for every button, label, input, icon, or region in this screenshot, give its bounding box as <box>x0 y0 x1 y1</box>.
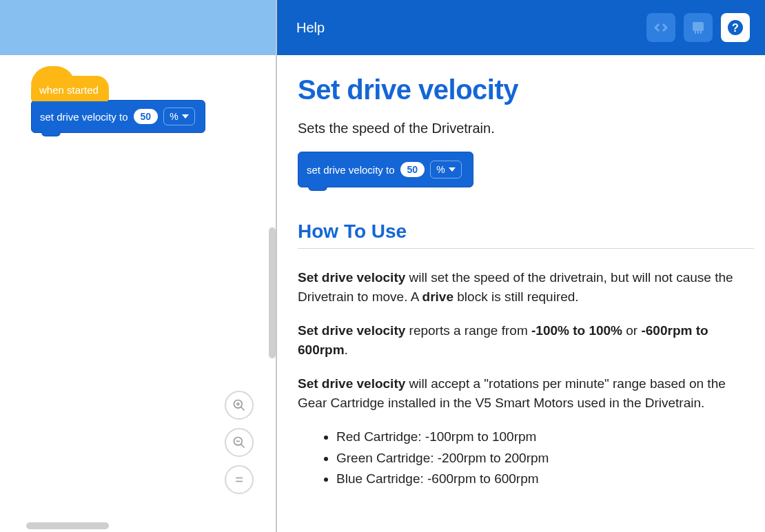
block-notch <box>41 131 61 136</box>
zoom-controls: = <box>225 391 254 494</box>
how-to-use-heading: How To Use <box>298 221 754 249</box>
zoom-in-button[interactable] <box>225 391 254 420</box>
equals-icon: = <box>235 472 243 488</box>
when-started-label: when started <box>39 83 99 96</box>
workspace-panel: when started set drive velocity to 50 % … <box>0 0 276 532</box>
howto-paragraph-2: Set drive velocity reports a range from … <box>298 321 754 359</box>
help-content[interactable]: Set drive velocity Sets the speed of the… <box>277 55 765 532</box>
howto-paragraph-1: Set drive velocity will set the speed of… <box>298 268 754 306</box>
example-prefix: set drive velocity to <box>307 164 395 176</box>
block-workspace[interactable]: when started set drive velocity to 50 % <box>0 55 276 147</box>
set-velocity-prefix: set drive velocity to <box>40 111 128 123</box>
example-unit-label: % <box>436 164 445 175</box>
block-notch <box>308 185 327 191</box>
brain-connect-button[interactable] <box>684 13 713 42</box>
velocity-value-input[interactable]: 50 <box>134 109 159 124</box>
workspace-header-bar <box>0 0 276 55</box>
horizontal-scrollbar[interactable] <box>26 522 109 529</box>
howto-paragraph-3: Set drive velocity will accept a "rotati… <box>298 374 754 412</box>
zoom-in-icon <box>232 398 246 412</box>
svg-line-1 <box>241 407 245 411</box>
example-value: 50 <box>400 162 425 177</box>
svg-rect-10 <box>700 31 702 34</box>
help-button[interactable]: ? <box>721 13 750 42</box>
example-unit-dropdown: % <box>430 161 461 178</box>
example-set-velocity-block: set drive velocity to 50 % <box>298 152 473 187</box>
header-icon-group: ? <box>646 13 750 42</box>
help-panel: Help ? Set drive velocity Sets the speed… <box>276 0 765 532</box>
list-item: Red Cartridge: -100rpm to 100rpm <box>336 427 754 447</box>
help-icon: ? <box>727 19 744 36</box>
zoom-out-icon <box>232 436 246 449</box>
svg-rect-8 <box>695 31 696 34</box>
list-item: Green Cartridge: -200rpm to 200rpm <box>336 449 754 469</box>
svg-rect-7 <box>693 22 704 31</box>
example-block-container: set drive velocity to 50 % <box>298 152 754 187</box>
help-title: Set drive velocity <box>298 74 754 105</box>
velocity-unit-label: % <box>170 111 178 122</box>
svg-rect-9 <box>697 31 699 34</box>
set-drive-velocity-block[interactable]: set drive velocity to 50 % <box>31 100 205 133</box>
code-view-button[interactable] <box>646 13 675 42</box>
when-started-block[interactable]: when started <box>31 76 109 101</box>
vertical-scrollbar[interactable] <box>269 227 276 358</box>
chevron-down-icon <box>182 114 189 119</box>
help-header-title: Help <box>296 20 325 36</box>
help-intro: Sets the speed of the Drivetrain. <box>298 121 754 136</box>
svg-text:?: ? <box>732 22 739 34</box>
svg-line-5 <box>241 444 245 448</box>
cartridge-list: Red Cartridge: -100rpm to 100rpm Green C… <box>336 427 754 489</box>
zoom-out-button[interactable] <box>225 428 254 457</box>
chevron-down-icon <box>449 167 456 172</box>
list-item: Blue Cartridge: -600rpm to 600rpm <box>336 469 754 489</box>
brain-icon <box>690 19 706 36</box>
velocity-unit-dropdown[interactable]: % <box>163 108 194 125</box>
code-icon <box>653 19 669 36</box>
help-header: Help ? <box>277 0 765 55</box>
zoom-reset-button[interactable]: = <box>225 465 254 494</box>
